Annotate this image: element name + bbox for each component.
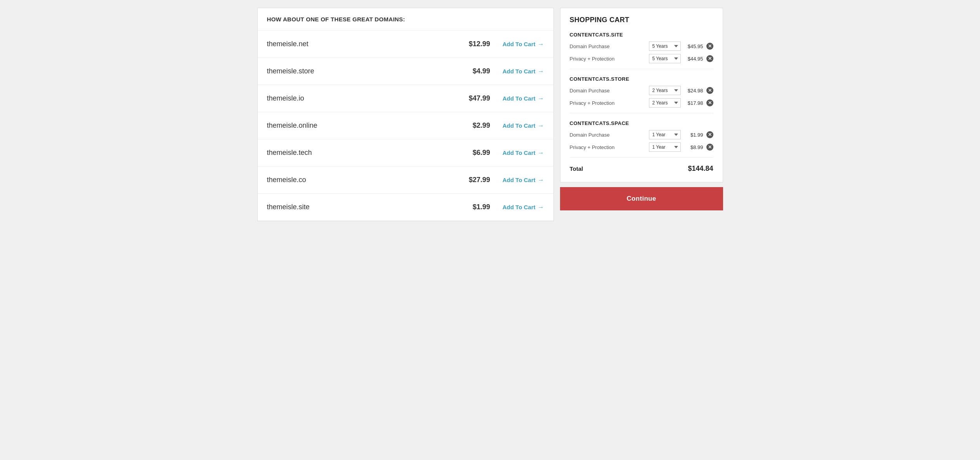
add-to-cart-label: Add To Cart xyxy=(503,149,536,156)
cart-domain-section: CONTENTCATS.SPACEDomain Purchase1 Year2 … xyxy=(570,120,713,158)
page-wrapper: HOW ABOUT ONE OF THESE GREAT DOMAINS: th… xyxy=(257,8,723,221)
domain-row: themeisle.site$1.99Add To Cart → xyxy=(258,194,553,221)
domain-price: $2.99 xyxy=(459,122,490,130)
domain-name: themeisle.tech xyxy=(267,149,459,157)
add-to-cart-label: Add To Cart xyxy=(503,122,536,129)
cart-line-right: 1 Year2 Years3 Years5 Years$17.98✕ xyxy=(649,98,713,108)
domain-row: themeisle.online$2.99Add To Cart → xyxy=(258,112,553,139)
cart-sections: CONTENTCATS.SITEDomain Purchase1 Year2 Y… xyxy=(570,32,713,158)
year-select[interactable]: 1 Year2 Years3 Years5 Years xyxy=(649,86,681,95)
cart-line-label: Privacy + Protection xyxy=(570,56,616,62)
cart-line-label: Privacy + Protection xyxy=(570,100,616,106)
arrow-right-icon: → xyxy=(538,122,544,129)
domain-row: themeisle.net$12.99Add To Cart → xyxy=(258,31,553,58)
year-select[interactable]: 1 Year2 Years3 Years5 Years xyxy=(649,98,681,108)
add-to-cart-label: Add To Cart xyxy=(503,177,536,183)
domain-price: $1.99 xyxy=(459,203,490,211)
domain-row: themeisle.io$47.99Add To Cart → xyxy=(258,85,553,112)
domain-row: themeisle.co$27.99Add To Cart → xyxy=(258,167,553,194)
add-to-cart-label: Add To Cart xyxy=(503,68,536,75)
arrow-right-icon: → xyxy=(538,68,544,75)
domain-name: themeisle.io xyxy=(267,94,459,102)
domain-name: themeisle.online xyxy=(267,122,459,130)
cart-line: Domain Purchase1 Year2 Years3 Years5 Yea… xyxy=(570,86,713,95)
arrow-right-icon: → xyxy=(538,149,544,156)
cart-line-label: Privacy + Protection xyxy=(570,144,616,150)
arrow-right-icon: → xyxy=(538,95,544,102)
add-to-cart-label: Add To Cart xyxy=(503,41,536,47)
domain-price: $27.99 xyxy=(459,176,490,184)
domain-price: $4.99 xyxy=(459,67,490,75)
cart-line-right: 1 Year2 Years3 Years5 Years$8.99✕ xyxy=(649,142,713,152)
arrow-right-icon: → xyxy=(538,177,544,184)
domain-price: $47.99 xyxy=(459,94,490,102)
cart-line: Domain Purchase1 Year2 Years3 Years5 Yea… xyxy=(570,130,713,139)
year-select[interactable]: 1 Year2 Years3 Years5 Years xyxy=(649,54,681,63)
year-select[interactable]: 1 Year2 Years3 Years5 Years xyxy=(649,130,681,139)
cart-line-right: 1 Year2 Years3 Years5 Years$1.99✕ xyxy=(649,130,713,139)
add-to-cart-label: Add To Cart xyxy=(503,95,536,102)
domain-row: themeisle.store$4.99Add To Cart → xyxy=(258,58,553,85)
arrow-right-icon: → xyxy=(538,41,544,48)
cart-section-domain-name: CONTENTCATS.STORE xyxy=(570,76,713,82)
cart-line: Privacy + Protection1 Year2 Years3 Years… xyxy=(570,54,713,63)
cart-section-domain-name: CONTENTCATS.SPACE xyxy=(570,120,713,126)
cart-divider xyxy=(570,69,713,69)
cart-title: SHOPPING CART xyxy=(570,16,713,24)
left-panel-header: HOW ABOUT ONE OF THESE GREAT DOMAINS: xyxy=(258,8,553,31)
add-to-cart-button[interactable]: Add To Cart → xyxy=(503,68,544,75)
domain-price: $12.99 xyxy=(459,40,490,48)
domain-name: themeisle.net xyxy=(267,40,459,48)
domain-row: themeisle.tech$6.99Add To Cart → xyxy=(258,139,553,167)
add-to-cart-button[interactable]: Add To Cart → xyxy=(503,204,544,211)
domain-name: themeisle.site xyxy=(267,203,459,211)
cart-line-right: 1 Year2 Years3 Years5 Years$44.95✕ xyxy=(649,54,713,63)
add-to-cart-button[interactable]: Add To Cart → xyxy=(503,95,544,102)
left-panel: HOW ABOUT ONE OF THESE GREAT DOMAINS: th… xyxy=(257,8,554,221)
cart-line: Domain Purchase1 Year2 Years3 Years5 Yea… xyxy=(570,42,713,51)
arrow-right-icon: → xyxy=(538,204,544,211)
remove-button[interactable]: ✕ xyxy=(706,43,713,50)
year-select[interactable]: 1 Year2 Years3 Years5 Years xyxy=(649,42,681,51)
right-panel: SHOPPING CART CONTENTCATS.SITEDomain Pur… xyxy=(560,8,723,221)
cart-line-price: $44.95 xyxy=(684,56,703,62)
domain-name: themeisle.co xyxy=(267,176,459,184)
cart-domain-section: CONTENTCATS.STOREDomain Purchase1 Year2 … xyxy=(570,76,713,113)
cart-total-value: $144.84 xyxy=(688,165,713,173)
domain-name: themeisle.store xyxy=(267,67,459,75)
cart-line: Privacy + Protection1 Year2 Years3 Years… xyxy=(570,142,713,152)
add-to-cart-button[interactable]: Add To Cart → xyxy=(503,41,544,48)
cart-line-price: $24.98 xyxy=(684,88,703,94)
domain-list: themeisle.net$12.99Add To Cart →themeisl… xyxy=(258,31,553,221)
remove-button[interactable]: ✕ xyxy=(706,55,713,62)
year-select[interactable]: 1 Year2 Years3 Years5 Years xyxy=(649,142,681,152)
cart-line-price: $1.99 xyxy=(684,132,703,138)
cart-line-label: Domain Purchase xyxy=(570,132,616,138)
remove-button[interactable]: ✕ xyxy=(706,131,713,138)
cart-line-right: 1 Year2 Years3 Years5 Years$45.95✕ xyxy=(649,42,713,51)
add-to-cart-button[interactable]: Add To Cart → xyxy=(503,122,544,129)
cart-domain-section: CONTENTCATS.SITEDomain Purchase1 Year2 Y… xyxy=(570,32,713,69)
cart-total-label: Total xyxy=(570,165,583,172)
cart-line-label: Domain Purchase xyxy=(570,43,616,49)
continue-button[interactable]: Continue xyxy=(560,187,723,210)
cart-divider xyxy=(570,157,713,158)
remove-button[interactable]: ✕ xyxy=(706,87,713,94)
cart-total-row: Total $144.84 xyxy=(570,165,713,173)
remove-button[interactable]: ✕ xyxy=(706,144,713,151)
add-to-cart-button[interactable]: Add To Cart → xyxy=(503,177,544,184)
cart-line-label: Domain Purchase xyxy=(570,88,616,94)
cart-section-domain-name: CONTENTCATS.SITE xyxy=(570,32,713,38)
remove-button[interactable]: ✕ xyxy=(706,99,713,106)
domain-price: $6.99 xyxy=(459,149,490,157)
cart-line-price: $17.98 xyxy=(684,100,703,106)
cart-box: SHOPPING CART CONTENTCATS.SITEDomain Pur… xyxy=(560,8,723,182)
cart-line-price: $45.95 xyxy=(684,43,703,49)
cart-line-right: 1 Year2 Years3 Years5 Years$24.98✕ xyxy=(649,86,713,95)
add-to-cart-button[interactable]: Add To Cart → xyxy=(503,149,544,156)
cart-line-price: $8.99 xyxy=(684,144,703,150)
cart-divider xyxy=(570,113,713,113)
add-to-cart-label: Add To Cart xyxy=(503,204,536,210)
cart-line: Privacy + Protection1 Year2 Years3 Years… xyxy=(570,98,713,108)
